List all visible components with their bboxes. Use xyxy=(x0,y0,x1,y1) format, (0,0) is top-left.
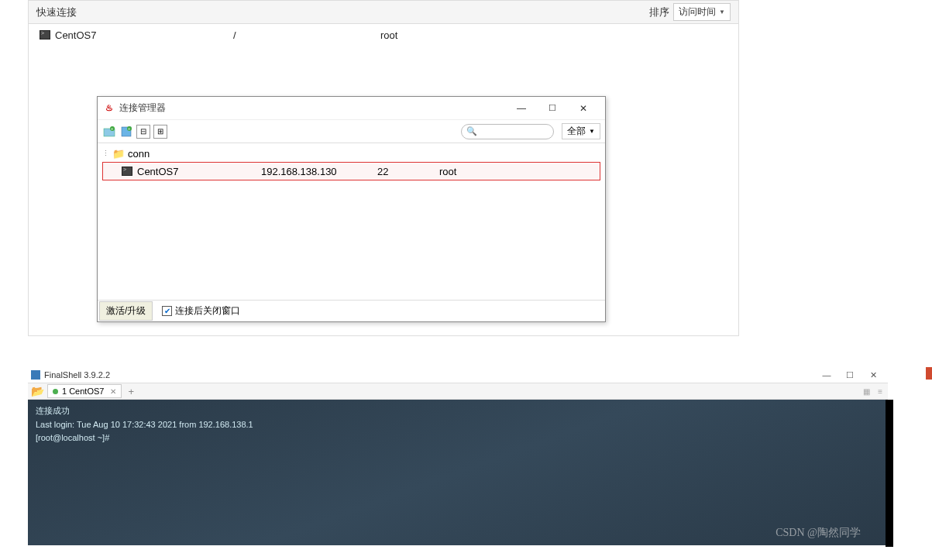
terminal-icon xyxy=(40,30,50,40)
dialog-titlebar[interactable]: ♨ 连接管理器 — ☐ ✕ xyxy=(98,97,605,120)
term-line: Last login: Tue Aug 10 17:32:43 2021 fro… xyxy=(36,420,253,429)
app-icon xyxy=(31,370,40,380)
minimize-button[interactable]: — xyxy=(506,98,537,119)
dialog-title: 连接管理器 xyxy=(119,101,166,115)
connection-tree: ⋮ 📁 conn CentOS7 192.168.138.130 22 root xyxy=(98,143,605,182)
folder-name: conn xyxy=(128,148,150,160)
checkbox-icon: ✔ xyxy=(162,306,172,316)
maximize-button[interactable]: ☐ xyxy=(537,98,568,119)
terminal-icon xyxy=(122,167,132,176)
connection-name: CentOS7 xyxy=(55,29,96,41)
activate-button[interactable]: 激活/升级 xyxy=(99,301,153,321)
grid-view-icon[interactable]: ▦ xyxy=(863,387,870,396)
decorative-strip xyxy=(926,367,932,380)
status-dot-icon xyxy=(53,389,58,394)
list-view-icon[interactable]: ≡ xyxy=(878,387,882,396)
terminal-output[interactable]: 连接成功 Last login: Tue Aug 10 17:32:43 202… xyxy=(28,400,888,545)
dialog-toolbar: + + ⊟ ⊞ 🔍 全部 ▼ xyxy=(98,120,605,143)
minimize-button[interactable]: — xyxy=(815,370,838,380)
tree-connection-name: CentOS7 xyxy=(137,166,178,177)
folder-icon: 📁 xyxy=(112,148,125,160)
close-button[interactable]: ✕ xyxy=(568,98,599,119)
quick-connect-label[interactable]: 快速连接 xyxy=(36,5,77,19)
tab-bar: 📂 1 CentOS7 ✕ + ▦ ≡ xyxy=(28,383,888,400)
tree-connection-selected[interactable]: CentOS7 192.168.138.130 22 root xyxy=(102,162,600,180)
window-titlebar[interactable]: FinalShell 3.9.2.2 — ☐ ✕ xyxy=(28,367,888,383)
term-line: 连接成功 xyxy=(36,406,70,415)
connection-path: / xyxy=(233,29,380,41)
java-icon: ♨ xyxy=(104,103,115,114)
window-title: FinalShell 3.9.2.2 xyxy=(44,370,110,380)
term-line: [root@localhost ~]# xyxy=(36,433,109,442)
close-after-checkbox[interactable]: ✔ 连接后关闭窗口 xyxy=(162,304,240,318)
collapse-icon[interactable]: ⊟ xyxy=(136,125,150,139)
tree-connection-user: root xyxy=(439,166,600,177)
finalshell-window: FinalShell 3.9.2.2 — ☐ ✕ 📂 1 CentOS7 ✕ +… xyxy=(28,367,888,545)
decorative-strip xyxy=(886,400,893,547)
close-button[interactable]: ✕ xyxy=(861,370,885,380)
chevron-down-icon: ▼ xyxy=(719,9,725,15)
sort-dropdown[interactable]: 访问时间 ▼ xyxy=(673,3,731,21)
tab-close-icon[interactable]: ✕ xyxy=(110,387,116,396)
watermark: CSDN @陶然同学 xyxy=(776,524,861,541)
new-tab-button[interactable]: + xyxy=(125,386,137,397)
tree-connection-ip: 192.168.138.130 xyxy=(261,166,377,177)
panel-header: 快速连接 排序 访问时间 ▼ xyxy=(29,1,738,24)
open-folder-icon[interactable]: 📂 xyxy=(31,385,44,397)
tab-label: 1 CentOS7 xyxy=(62,387,104,396)
chevron-down-icon: ▼ xyxy=(589,128,595,135)
dialog-footer: 激活/升级 ✔ 连接后关闭窗口 xyxy=(98,300,605,321)
filter-value: 全部 xyxy=(567,125,586,138)
search-input[interactable]: 🔍 xyxy=(461,124,554,139)
session-tab[interactable]: 1 CentOS7 ✕ xyxy=(47,384,122,398)
svg-text:+: + xyxy=(111,126,113,131)
expand-icon[interactable]: ⊞ xyxy=(153,125,167,139)
sort-value: 访问时间 xyxy=(679,5,716,19)
connection-user: root xyxy=(380,29,535,41)
tree-toggle-icon[interactable]: ⋮ xyxy=(102,149,109,157)
connection-manager-dialog: ♨ 连接管理器 — ☐ ✕ + + ⊟ ⊞ 🔍 全部 ▼ ⋮ 📁 conn xyxy=(97,96,606,322)
tree-connection-port: 22 xyxy=(377,166,439,177)
connection-row[interactable]: CentOS7 / root xyxy=(29,24,738,46)
svg-text:+: + xyxy=(128,126,130,131)
search-icon: 🔍 xyxy=(466,126,477,136)
new-connection-icon[interactable]: + xyxy=(119,125,133,139)
maximize-button[interactable]: ☐ xyxy=(838,370,861,380)
tree-folder[interactable]: ⋮ 📁 conn xyxy=(102,145,600,162)
sort-label: 排序 xyxy=(649,5,669,19)
filter-dropdown[interactable]: 全部 ▼ xyxy=(562,123,600,139)
new-folder-icon[interactable]: + xyxy=(102,125,116,139)
checkbox-label: 连接后关闭窗口 xyxy=(175,304,240,318)
